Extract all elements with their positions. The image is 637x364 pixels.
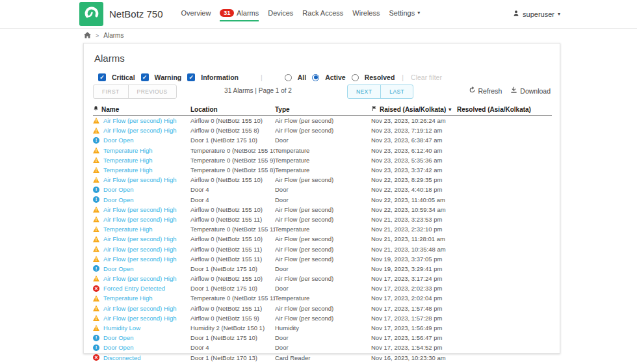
alarm-name-link[interactable]: Door Open: [103, 265, 133, 272]
alarm-name-link[interactable]: Air Flow (per second) High: [103, 315, 176, 322]
alarm-raised-time: Nov 23, 2023, 5:35:36 am: [371, 155, 457, 165]
table-row: Temperature HighTemperature 0 (NetBotz 1…: [93, 146, 552, 155]
netbotz-logo[interactable]: [79, 2, 103, 26]
alarm-name-link[interactable]: Door Open: [103, 334, 133, 341]
alarm-name-link[interactable]: Air Flow (per second) High: [103, 216, 176, 223]
clear-filter-link[interactable]: Clear filter: [411, 73, 442, 81]
alarm-name-link[interactable]: Air Flow (per second) High: [103, 176, 176, 183]
alarm-name-link[interactable]: Temperature High: [103, 294, 153, 302]
alarm-name-link[interactable]: Temperature High: [103, 157, 153, 164]
alarm-name-link[interactable]: Air Flow (per second) High: [103, 206, 176, 213]
person-icon: [513, 10, 519, 18]
active-radio[interactable]: [312, 74, 319, 81]
next-page-button[interactable]: NEXT: [348, 85, 380, 98]
alarm-raised-time: Nov 17, 2023, 1:56:47 pm: [371, 333, 457, 343]
alarm-resolved-time: [457, 195, 552, 205]
alarm-name-cell: Door Open: [93, 195, 190, 205]
table-row: Air Flow (per second) HighAirflow 0 (Net…: [93, 304, 552, 313]
refresh-button[interactable]: Refresh: [469, 86, 502, 95]
information-checkbox[interactable]: [187, 73, 195, 81]
warning-icon: [93, 127, 99, 134]
table-row: Air Flow (per second) HighAirflow 0 (Net…: [93, 274, 552, 283]
alarm-name-link[interactable]: Air Flow (per second) High: [103, 255, 176, 263]
nav-item-alarms[interactable]: 31 Alarms: [220, 6, 259, 22]
nav-item-devices[interactable]: Devices: [268, 6, 293, 21]
column-header-raised[interactable]: Raised (Asia/Kolkata) ▾: [371, 104, 457, 116]
alarm-resolved-time: [457, 353, 552, 363]
nav-item-settings[interactable]: Settings ▾: [389, 6, 420, 21]
column-header-location: Location: [190, 104, 275, 116]
download-button[interactable]: Download: [510, 86, 551, 95]
alarm-name-cell: Temperature High: [93, 293, 190, 303]
alarm-name-cell: Door Open: [93, 185, 190, 194]
critical-checkbox-label: Critical: [112, 73, 135, 81]
info-icon: [93, 335, 99, 341]
critical-checkbox[interactable]: [98, 73, 106, 81]
alarm-name-link[interactable]: Air Flow (per second) High: [103, 246, 176, 253]
alarm-name-link[interactable]: Air Flow (per second) High: [103, 127, 176, 134]
alarm-name-link[interactable]: Temperature High: [103, 226, 153, 233]
warning-icon: [93, 167, 99, 174]
alarm-raised-time: Nov 23, 2023, 7:19:12 am: [371, 125, 457, 135]
alarm-name-link[interactable]: Disconnected: [103, 354, 141, 361]
info-icon: [93, 187, 99, 193]
alarm-resolved-time: [457, 323, 552, 333]
alarm-name-link[interactable]: Temperature High: [103, 147, 153, 154]
alarm-name-link[interactable]: Humidity Low: [103, 324, 140, 332]
alarm-name-link[interactable]: Door Open: [103, 344, 133, 351]
user-menu[interactable]: superuser ▾: [513, 10, 560, 18]
nav-item-wireless[interactable]: Wireless: [352, 6, 380, 21]
alarm-type: Air Flow (per second): [275, 214, 371, 224]
resolved-radio-label: Resolved: [365, 73, 395, 81]
alarm-name-link[interactable]: Door Open: [103, 196, 133, 203]
pager-summary: 31 Alarms | Page 1 of 2: [163, 87, 353, 94]
last-page-button[interactable]: LAST: [380, 85, 413, 98]
alarm-name-link[interactable]: Door Open: [103, 186, 133, 193]
alarm-name-link[interactable]: Air Flow (per second) High: [103, 275, 176, 282]
alarm-name-cell: Air Flow (per second) High: [93, 125, 190, 135]
warning-icon: [93, 147, 99, 153]
alarm-location: Door 1 (NetBotz 175 10): [190, 135, 275, 145]
table-row: Door OpenDoor 1 (NetBotz 175 10)DoorNov …: [93, 135, 552, 145]
alarm-name-link[interactable]: Air Flow (per second) High: [103, 117, 176, 124]
alarm-raised-time: Nov 17, 2023, 1:57:28 pm: [371, 313, 457, 323]
alarm-type: Air Flow (per second): [275, 244, 371, 254]
critical-icon: [93, 354, 99, 361]
column-header-type: Type: [275, 104, 371, 116]
alarm-location: Airflow 0 (NetBotz 155 11): [190, 244, 275, 254]
breadcrumb-current: Alarms: [103, 32, 124, 39]
home-icon[interactable]: [84, 32, 91, 40]
alarm-location: Airflow 0 (NetBotz 155 8): [190, 125, 275, 135]
nav-item-rack-access[interactable]: Rack Access: [302, 6, 343, 21]
column-header-name: Name: [93, 104, 190, 116]
alarm-name-cell: Temperature High: [93, 146, 190, 155]
alarm-resolved-time: [457, 304, 552, 313]
warning-checkbox[interactable]: [141, 73, 149, 81]
alarm-location: Airflow 0 (NetBotz 155 10): [190, 205, 275, 214]
first-page-button[interactable]: FIRST: [94, 85, 128, 98]
alarm-name-link[interactable]: Temperature High: [103, 166, 153, 174]
alarm-name-link[interactable]: Air Flow (per second) High: [103, 305, 176, 312]
alarm-name-link[interactable]: Air Flow (per second) High: [103, 235, 176, 242]
alarm-resolved-time: [457, 313, 552, 323]
alarm-raised-time: Nov 21, 2023, 2:32:10 pm: [371, 224, 457, 234]
alarm-type: Air Flow (per second): [275, 116, 371, 126]
alarm-type: Door: [275, 343, 371, 352]
filter-row: Critical Warning Information | All Activ…: [98, 72, 551, 83]
nav-item-overview[interactable]: Overview: [181, 6, 211, 21]
table-row: Air Flow (per second) HighAirflow 0 (Net…: [93, 254, 552, 264]
alarm-location: Airflow 0 (NetBotz 155 11): [190, 304, 275, 313]
alarm-location: Door 1 (NetBotz 175 10): [190, 283, 275, 293]
alarm-type: Air Flow (per second): [275, 274, 371, 283]
alarm-name-link[interactable]: Forced Entry Detected: [103, 285, 165, 292]
filter-separator: |: [400, 73, 405, 81]
warning-icon: [93, 246, 99, 252]
app-title: NetBotz 750: [109, 8, 163, 20]
alarm-name-link[interactable]: Door Open: [103, 136, 133, 144]
alarm-resolved-time: [457, 343, 552, 352]
resolved-radio[interactable]: [352, 74, 359, 81]
alarm-type: Temperature: [275, 146, 371, 155]
all-radio[interactable]: [285, 74, 292, 81]
alarm-resolved-time: [457, 155, 552, 165]
alarm-raised-time: Nov 23, 2023, 6:38:47 am: [371, 135, 457, 145]
